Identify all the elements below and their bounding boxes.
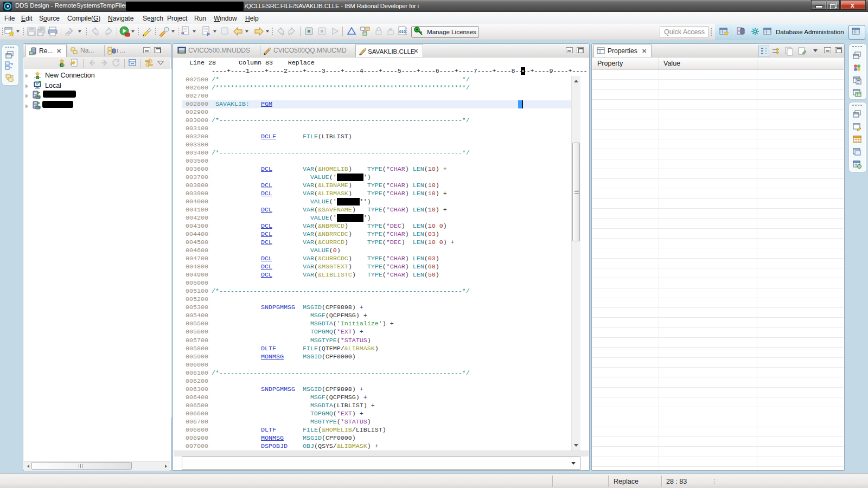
svg-text:010: 010 [399, 30, 406, 34]
